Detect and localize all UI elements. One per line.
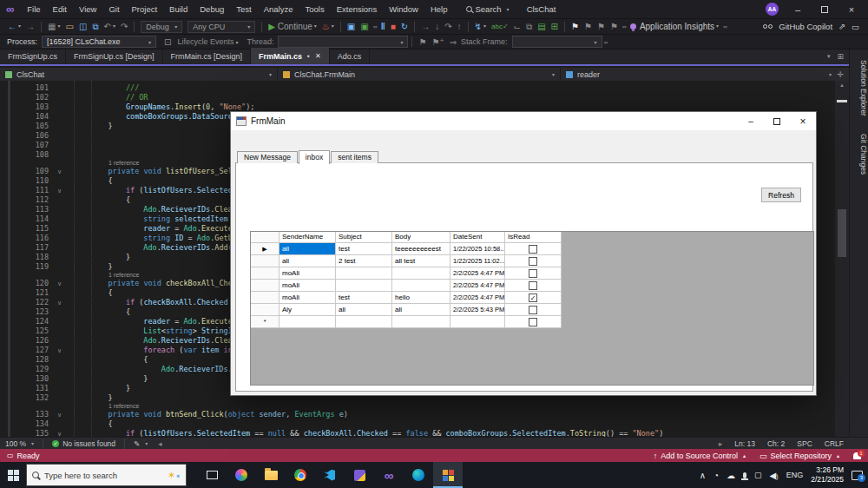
grid-cell[interactable]: ali — [279, 255, 336, 267]
share-icon[interactable]: ⇗ — [838, 22, 845, 31]
codelens-references[interactable]: 1 reference — [0, 403, 835, 410]
action-center-icon[interactable]: 3 — [852, 471, 863, 480]
grid-cell-isread[interactable]: ✓ — [505, 292, 562, 304]
member-dropdown[interactable]: reader▾ — [561, 68, 837, 81]
hot-reload-icon[interactable]: ♨▾ — [319, 19, 337, 34]
stack-frame-dropdown[interactable]: ▾ — [512, 36, 602, 48]
step-out-icon[interactable]: ↑ — [455, 19, 464, 34]
column-header-sendername[interactable]: SenderName — [279, 232, 336, 243]
window-layout-icon[interactable]: ▦▾ — [45, 19, 62, 34]
grid-cell[interactable]: moAli — [279, 292, 336, 304]
tab-frmsignup-cs[interactable]: FrmSignUp.cs — [0, 48, 66, 64]
column-header-isread[interactable]: IsRead — [505, 232, 562, 243]
application-insights-dropdown[interactable]: Application Insights▾ — [628, 19, 721, 34]
restore-button[interactable] — [817, 4, 832, 15]
spell-check-icon[interactable]: abc✓ — [489, 19, 511, 34]
undo-icon[interactable]: ↶▾ — [102, 19, 118, 34]
editor-vertical-scrollbar[interactable]: ▲ — [835, 81, 849, 437]
space-indicator[interactable]: SPC — [797, 439, 812, 448]
console-icon[interactable]: ▤ — [535, 19, 548, 34]
project-dropdown[interactable]: ClsChat▾ — [0, 68, 278, 81]
sidebar-tab-solution-explorer[interactable]: Solution Explorer — [850, 53, 868, 123]
platform-dropdown[interactable]: Any CPU▾ — [187, 21, 255, 33]
taskbar-task-view-icon[interactable] — [197, 462, 227, 488]
inbox-datagrid[interactable]: SenderNameSubjectBodyDateSentIsRead▶alit… — [250, 231, 814, 386]
grid-row[interactable]: Alyallall2/2/2025 5:43 PM — [251, 304, 813, 316]
grid-cell-isread[interactable] — [505, 267, 562, 280]
grid-cell[interactable]: hello — [392, 292, 450, 304]
flag-add-icon[interactable]: ⚑⁺ — [429, 35, 446, 49]
grid-corner-cell[interactable] — [251, 232, 279, 243]
menu-build[interactable]: Build — [163, 4, 194, 14]
checkbox-icon[interactable] — [529, 318, 537, 326]
bookmark-next-icon[interactable]: ⚑ — [595, 19, 608, 34]
frmmain-title-bar[interactable]: FrmMain – × — [231, 112, 816, 130]
taskbar-vs-code-icon[interactable] — [315, 462, 345, 488]
taskbar-clschat-app-icon[interactable] — [433, 462, 463, 488]
chevron-up-icon[interactable]: ∧ — [700, 471, 706, 480]
menu-extensions[interactable]: Extensions — [331, 4, 383, 14]
grid-row[interactable]: moAlitesthello2/2/2025 4:47 PM✓ — [251, 292, 813, 304]
menu-edit[interactable]: Edit — [47, 4, 73, 14]
show-threads-icon[interactable]: ⇒ — [447, 35, 459, 49]
tab-close-icon[interactable]: ✕ — [315, 52, 321, 60]
checkbox-icon[interactable] — [529, 281, 537, 290]
debug-config-dropdown[interactable]: Debug▾ — [141, 21, 182, 33]
frmmain-maximize-button[interactable] — [764, 112, 790, 130]
scrollbar-thumb[interactable] — [838, 209, 846, 257]
zoom-dropdown[interactable]: 100 %▾ — [0, 439, 39, 448]
refresh-button[interactable]: Refresh — [761, 188, 801, 202]
navigate-cursor-icon[interactable]: ⌙ — [511, 19, 523, 34]
feedback-icon[interactable]: ▭ — [852, 22, 859, 31]
close-button[interactable]: × — [844, 4, 859, 15]
row-header-cell[interactable] — [251, 304, 279, 316]
clipboard-icon[interactable]: ⧉ — [523, 19, 535, 34]
taskbar-powertoys-icon[interactable] — [345, 462, 374, 488]
menu-git[interactable]: Git — [102, 4, 125, 14]
volume-icon[interactable]: ◀) — [770, 471, 779, 480]
grid-cell[interactable]: 2/2/2025 4:47 PM — [450, 267, 505, 280]
row-header-cell[interactable] — [251, 280, 279, 292]
split-window-icon[interactable]: ✛ — [837, 70, 849, 79]
avatar[interactable]: AA — [766, 3, 779, 16]
grid-cell[interactable]: ali — [279, 243, 336, 255]
tab-frmmain-cs-design[interactable]: FrmMain.cs [Design] — [163, 48, 252, 64]
checkbox-icon[interactable] — [529, 306, 537, 314]
grid-cell-isread[interactable] — [505, 304, 562, 316]
minimize-button[interactable]: – — [790, 4, 806, 15]
grid-cell[interactable] — [336, 280, 392, 292]
taskbar-search-box[interactable]: Type here to search ✶✶ — [26, 464, 187, 486]
grid-cell-isread[interactable] — [505, 243, 562, 255]
process-dropdown[interactable]: [16528] CLsChat.exe▾ — [42, 36, 156, 48]
grid-cell[interactable]: all — [392, 304, 450, 316]
frmmain-tab-new-message[interactable]: New Message — [237, 151, 298, 163]
github-copilot-icon[interactable] — [763, 24, 773, 29]
grid-cell[interactable] — [392, 267, 450, 280]
grid-row[interactable]: moAli2/2/2025 4:47 PM — [251, 267, 813, 280]
tab-options-icon[interactable]: ⊞ — [837, 52, 844, 61]
grid-cell[interactable]: test — [336, 243, 392, 255]
display-icon[interactable]: ▢ — [754, 471, 762, 479]
taskbar-visual-studio-icon[interactable]: ∞ — [374, 462, 404, 488]
redo-icon[interactable]: ↷ — [118, 19, 130, 34]
row-header-cell[interactable] — [251, 292, 279, 304]
checkbox-icon[interactable] — [529, 245, 537, 254]
checkbox-checked-icon[interactable]: ✓ — [529, 293, 537, 302]
grid-cell[interactable]: moAli — [279, 280, 336, 292]
tab-frmmain-cs[interactable]: FrmMain.cs▪✕ — [251, 48, 330, 64]
grid-row[interactable]: * — [251, 316, 813, 328]
row-header-cell[interactable]: ▶ — [251, 243, 279, 255]
grid-cell[interactable]: test — [336, 292, 392, 304]
row-header-cell[interactable]: * — [251, 316, 279, 328]
microphone-icon[interactable] — [743, 472, 746, 478]
step-into-icon[interactable]: ↓ — [432, 19, 442, 34]
search-control[interactable]: Search ▾ — [466, 4, 510, 14]
grid-cell[interactable]: all test — [392, 255, 450, 267]
back-button[interactable]: ←▾ — [5, 19, 23, 34]
grid-cell-isread[interactable] — [505, 255, 562, 267]
column-header-body[interactable]: Body — [392, 232, 450, 243]
menu-test[interactable]: Test — [230, 4, 257, 14]
menu-window[interactable]: Window — [383, 4, 424, 14]
grid-cell[interactable]: 1/22/2025 10:58... — [450, 243, 505, 255]
type-dropdown[interactable]: ClsChat.FrmMain▾ — [278, 68, 561, 81]
